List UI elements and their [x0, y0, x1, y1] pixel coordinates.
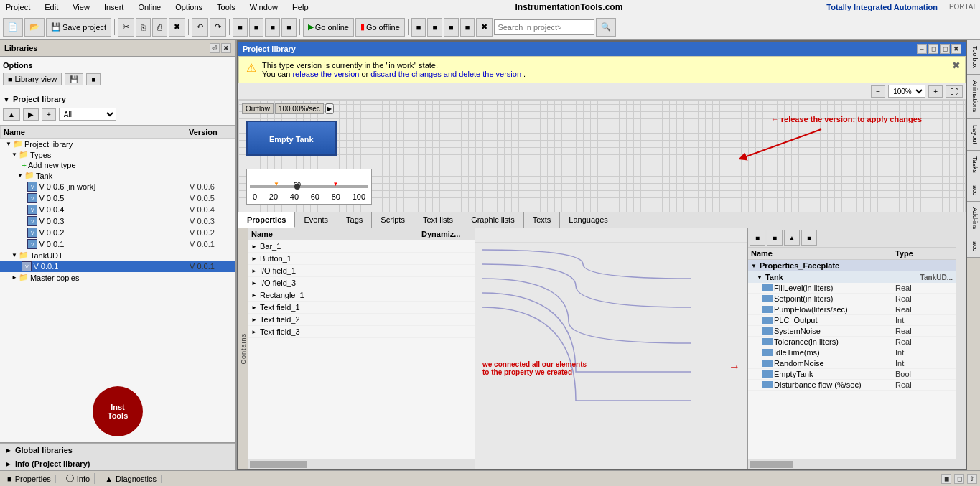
tab-acc1[interactable]: acc — [967, 179, 980, 202]
list-item[interactable]: ► I/O field_3 — [248, 277, 475, 289]
redo-button[interactable]: ↷ — [210, 18, 226, 37]
status-info[interactable]: ⓘ Info — [62, 473, 95, 484]
tree-item-tankudt-v001[interactable]: V V 0.0.1 V 0.0.1 — [0, 261, 235, 272]
tree-item-add-new-type[interactable]: + Add new type — [0, 160, 235, 170]
table-row[interactable]: IdleTime(ms) Int — [748, 347, 956, 358]
prop-tool-1[interactable]: ■ — [750, 230, 765, 246]
list-item[interactable]: ► Bar_1 — [248, 240, 475, 253]
contains-hscroll[interactable] — [248, 459, 475, 469]
tree-item-tankudt[interactable]: ▼ 📁 TankUDT — [0, 250, 235, 261]
tree-item-v005[interactable]: V V 0.0.5 V 0.0.5 — [0, 192, 235, 204]
list-item[interactable]: ► Button_1 — [248, 253, 475, 265]
toolbar-extra3[interactable]: ■ — [265, 18, 280, 37]
menu-insert[interactable]: Insert — [101, 3, 127, 11]
toolbar-extra1[interactable]: ■ — [233, 18, 248, 37]
filter-select[interactable]: All — [59, 108, 116, 121]
tab-text-lists[interactable]: Text lists — [414, 212, 462, 228]
new-button[interactable]: 📄 — [3, 18, 23, 37]
tab-events[interactable]: Events — [295, 212, 337, 228]
release-version-link[interactable]: release the version — [292, 70, 359, 78]
tab-properties[interactable]: Properties — [238, 212, 295, 228]
info-project-collapse[interactable]: ► Info (Project library) — [0, 457, 235, 470]
win-minimize[interactable]: – — [917, 44, 927, 54]
go-offline-button[interactable]: ▮ Go offline — [355, 18, 405, 37]
empty-tank-button[interactable]: Empty Tank — [246, 121, 337, 156]
toolbar-extra4[interactable]: ■ — [281, 18, 297, 37]
table-row[interactable]: Disturbance flow (%/sec) Real — [748, 380, 956, 391]
menu-window[interactable]: Window — [247, 3, 281, 11]
zoom-select[interactable]: 100% — [888, 85, 925, 98]
scroll-thumb[interactable] — [250, 461, 307, 468]
tab-graphic-lists[interactable]: Graphic lists — [462, 212, 524, 228]
copy-button[interactable]: ⎘ — [136, 18, 151, 37]
win-close[interactable]: ✖ — [951, 44, 961, 54]
tab-layout[interactable]: Layout — [967, 119, 980, 151]
tab-languages[interactable]: Languages — [560, 212, 617, 228]
prop-tool-2[interactable]: ■ — [767, 230, 783, 246]
list-item[interactable]: ► Text field_1 — [248, 302, 475, 314]
menu-online[interactable]: Online — [135, 3, 164, 11]
menu-help[interactable]: Help — [289, 3, 312, 11]
search-button[interactable]: 🔍 — [596, 18, 616, 37]
toolbar-btn6[interactable]: ■ — [427, 18, 442, 37]
tab-addins[interactable]: Add-ins — [967, 202, 980, 236]
zoom-in[interactable]: + — [928, 85, 943, 98]
menu-view[interactable]: View — [70, 3, 93, 11]
tree-item-v001[interactable]: V V 0.0.1 V 0.0.1 — [0, 238, 235, 250]
tab-texts[interactable]: Texts — [524, 212, 561, 228]
table-row[interactable]: FillLevel(in liters) Real — [748, 283, 956, 294]
scroll-thumb[interactable] — [750, 461, 793, 468]
tab-toolbox[interactable]: Toolbox — [967, 40, 980, 75]
table-row[interactable]: PumpFlow(liters/sec) Real — [748, 304, 956, 315]
zoom-out[interactable]: − — [871, 85, 885, 98]
paste-button[interactable]: ⎙ — [152, 18, 167, 37]
slider-thumb[interactable] — [294, 184, 300, 190]
undo-button[interactable]: ↶ — [192, 18, 208, 37]
list-item[interactable]: ► Rectangle_1 — [248, 289, 475, 302]
list-item[interactable]: ► Text field_3 — [248, 326, 475, 338]
status-btn1[interactable]: ◼ — [941, 474, 951, 484]
win-restore[interactable]: ◻ — [928, 44, 938, 54]
list-item[interactable]: ► I/O field_1 — [248, 265, 475, 277]
search-input[interactable] — [494, 19, 594, 35]
filter-btn3[interactable]: + — [42, 108, 56, 121]
status-btn3[interactable]: ⇕ — [967, 474, 977, 484]
props-vscroll[interactable] — [956, 228, 966, 469]
cut-button[interactable]: ✂ — [118, 18, 134, 37]
tab-scripts[interactable]: Scripts — [372, 212, 414, 228]
save-button[interactable]: 💾 Save project — [46, 18, 111, 37]
prop-tool-up[interactable]: ▲ — [784, 230, 800, 246]
tab-animations[interactable]: Animations — [967, 75, 980, 119]
list-item[interactable]: ► Text field_2 — [248, 314, 475, 326]
menu-tools[interactable]: Tools — [214, 3, 238, 11]
options-btn3[interactable]: ■ — [86, 73, 101, 85]
tree-item-v003[interactable]: V V 0.0.3 V 0.0.3 — [0, 215, 235, 227]
toolbar-btn7[interactable]: ■ — [444, 18, 459, 37]
toolbar-btn8[interactable]: ■ — [460, 18, 475, 37]
tab-tasks[interactable]: Tasks — [967, 151, 980, 179]
status-diagnostics[interactable]: ▲ Diagnostics — [101, 475, 162, 483]
fit-btn[interactable]: ⛶ — [946, 85, 963, 98]
table-row[interactable]: RandomNoise Int — [748, 358, 956, 369]
tree-item-project-lib[interactable]: ▼ 📁 Project library — [0, 139, 235, 149]
table-row[interactable]: SystemNoise Real — [748, 326, 956, 337]
tree-item-types[interactable]: ▼ 📁 Types — [0, 149, 235, 160]
go-online-button[interactable]: ▶ Go online — [303, 18, 354, 37]
tree-item-v002[interactable]: V V 0.0.2 V 0.0.2 — [0, 227, 235, 238]
tree-item-master-copies[interactable]: ► 📁 Master copies — [0, 272, 235, 283]
toolbar-extra2[interactable]: ■ — [249, 18, 264, 37]
table-row[interactable]: Setpoint(in liters) Real — [748, 294, 956, 304]
menu-project[interactable]: Project — [3, 3, 33, 11]
sidebar-close[interactable]: ✖ — [221, 43, 231, 53]
table-row[interactable]: Tolerance(in liters) Real — [748, 337, 956, 347]
tree-item-v006[interactable]: V V 0.0.6 [in work] V 0.0.6 — [0, 181, 235, 192]
discard-changes-link[interactable]: discard the changes and delete the versi… — [370, 70, 521, 78]
menu-edit[interactable]: Edit — [42, 3, 61, 11]
global-libraries-collapse[interactable]: ► Global libraries — [0, 443, 235, 457]
warning-close-btn[interactable]: ✖ — [952, 60, 961, 71]
table-row[interactable]: EmptyTank Bool — [748, 369, 956, 380]
sidebar-pin[interactable]: ⏎ — [210, 43, 220, 53]
win-maximize[interactable]: ◻ — [940, 44, 950, 54]
outflow-expand[interactable]: ▶ — [325, 103, 334, 114]
slider-widget[interactable]: 50 ▼ ▼ 0 20 40 60 80 100 — [246, 169, 372, 205]
